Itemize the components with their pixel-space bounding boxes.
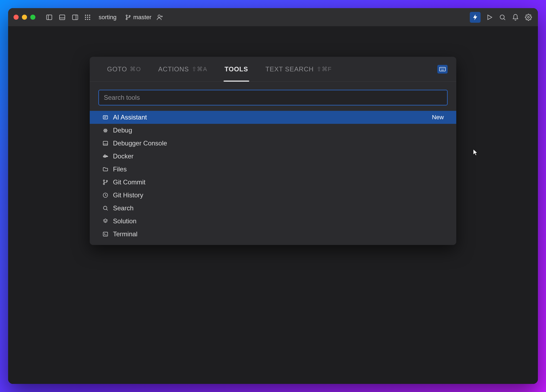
palette-search-input[interactable]: [98, 90, 448, 105]
svg-marker-21: [488, 15, 492, 19]
mouse-cursor: [472, 149, 478, 156]
tab-goto[interactable]: GOTO ⌘O: [98, 57, 149, 81]
maximize-window-button[interactable]: [30, 15, 35, 20]
right-panel-toggle-icon[interactable]: [71, 13, 79, 21]
svg-point-10: [87, 16, 88, 18]
svg-point-16: [126, 18, 127, 20]
svg-rect-0: [46, 15, 52, 19]
tab-label: ACTIONS: [158, 65, 189, 73]
settings-icon[interactable]: [524, 13, 532, 21]
solution-icon: [102, 218, 109, 224]
keyboard-shortcuts-icon[interactable]: [437, 65, 448, 74]
svg-point-51: [104, 206, 107, 210]
palette-item-label: Solution: [113, 217, 136, 225]
svg-line-23: [504, 18, 505, 20]
search-icon[interactable]: [498, 13, 507, 21]
ai-assistant-icon: [102, 114, 109, 121]
svg-point-14: [89, 19, 90, 20]
svg-point-17: [129, 15, 130, 17]
svg-point-8: [89, 15, 90, 16]
ide-window: sorting master: [8, 8, 538, 384]
commit-icon: [102, 179, 109, 185]
svg-rect-41: [103, 141, 108, 145]
svg-point-7: [87, 15, 88, 16]
docker-icon: [102, 153, 109, 160]
grid-menu-icon[interactable]: [84, 13, 92, 21]
svg-rect-25: [440, 67, 445, 71]
run-icon[interactable]: [485, 13, 494, 21]
palette-item-git-history[interactable]: Git History: [90, 189, 456, 202]
branch-icon: [125, 14, 131, 20]
palette-tabs: GOTO ⌘O ACTIONS ⇧⌘A TOOLS TEXT SEARCH ⇧⌘…: [90, 57, 456, 82]
palette-item-label: AI Assistant: [113, 114, 147, 121]
palette-item-ai-assistant[interactable]: AI Assistant New: [90, 111, 456, 124]
close-window-button[interactable]: [14, 15, 19, 20]
tab-label: TEXT SEARCH: [265, 65, 314, 73]
search-icon: [102, 205, 109, 211]
svg-point-22: [500, 15, 504, 19]
svg-point-48: [103, 183, 105, 185]
clock-icon: [102, 192, 109, 198]
svg-point-9: [85, 16, 86, 18]
tab-shortcut: ⇧⌘A: [192, 66, 207, 73]
command-palette: GOTO ⌘O ACTIONS ⇧⌘A TOOLS TEXT SEARCH ⇧⌘…: [90, 57, 456, 245]
notifications-icon[interactable]: [511, 13, 520, 21]
terminal-icon: [102, 231, 109, 237]
tab-label: GOTO: [107, 65, 127, 73]
svg-point-15: [126, 15, 127, 16]
folder-icon: [102, 166, 109, 172]
palette-item-label: Terminal: [113, 230, 138, 238]
svg-point-49: [106, 180, 108, 182]
branch-name: master: [133, 14, 151, 21]
left-panel-toggle-icon[interactable]: [45, 13, 53, 21]
editor-area: GOTO ⌘O ACTIONS ⇧⌘A TOOLS TEXT SEARCH ⇧⌘…: [8, 26, 538, 384]
svg-rect-53: [103, 232, 108, 236]
svg-rect-2: [59, 15, 65, 19]
svg-rect-31: [103, 116, 108, 119]
titlebar: sorting master: [8, 8, 538, 26]
palette-item-files[interactable]: Files: [90, 163, 456, 176]
svg-point-12: [85, 19, 86, 20]
svg-point-13: [87, 19, 88, 20]
tab-text-search[interactable]: TEXT SEARCH ⇧⌘F: [257, 57, 340, 81]
palette-item-badge: New: [432, 114, 444, 121]
svg-point-24: [528, 16, 530, 18]
project-name[interactable]: sorting: [99, 14, 116, 21]
add-user-icon[interactable]: [156, 13, 164, 21]
palette-item-label: Git Commit: [113, 178, 145, 186]
svg-rect-4: [72, 15, 78, 19]
tab-tools[interactable]: TOOLS: [216, 57, 257, 81]
palette-item-label: Search: [113, 204, 134, 212]
palette-item-label: Files: [113, 165, 127, 173]
palette-item-git-commit[interactable]: Git Commit: [90, 176, 456, 189]
console-icon: [102, 140, 109, 147]
palette-search-wrapper: [90, 82, 456, 111]
svg-point-18: [158, 15, 161, 17]
tab-actions[interactable]: ACTIONS ⇧⌘A: [149, 57, 216, 81]
palette-item-debug[interactable]: Debug: [90, 124, 456, 137]
tab-shortcut: ⌘O: [130, 66, 141, 73]
tab-shortcut: ⇧⌘F: [317, 66, 332, 73]
palette-item-debugger-console[interactable]: Debugger Console: [90, 137, 456, 150]
palette-item-label: Docker: [113, 152, 134, 160]
branch-selector[interactable]: master: [125, 14, 151, 21]
bottom-panel-toggle-icon[interactable]: [58, 13, 66, 21]
svg-line-52: [106, 209, 108, 210]
svg-point-47: [103, 180, 105, 181]
palette-item-terminal[interactable]: Terminal: [90, 228, 456, 241]
palette-item-search[interactable]: Search: [90, 202, 456, 215]
panel-toggle-group: [45, 13, 79, 21]
svg-rect-46: [104, 155, 105, 156]
bug-icon: [102, 127, 109, 134]
minimize-window-button[interactable]: [22, 15, 27, 20]
palette-item-docker[interactable]: Docker: [90, 150, 456, 163]
palette-results: AI Assistant New Debug Debugger Console: [90, 111, 456, 245]
titlebar-right: [470, 12, 532, 23]
svg-point-6: [85, 15, 86, 16]
window-controls: [14, 15, 35, 20]
palette-item-solution[interactable]: Solution: [90, 215, 456, 228]
palette-item-label: Git History: [113, 191, 143, 199]
svg-point-11: [89, 16, 90, 18]
tab-label: TOOLS: [225, 65, 248, 73]
ai-bolt-icon[interactable]: [470, 12, 481, 23]
